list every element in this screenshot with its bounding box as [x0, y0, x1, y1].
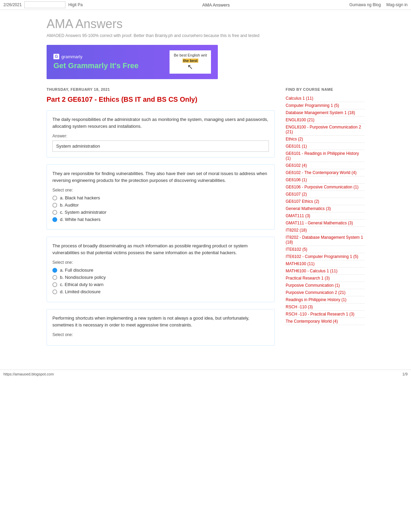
radio-3-1[interactable]: [52, 275, 57, 280]
sidebar-link-22[interactable]: MATH6100 - Calculus 1 (11): [286, 268, 364, 275]
sidebar-link-20[interactable]: ITE6102 - Computer Programming 1 (5): [286, 253, 364, 260]
bottom-url: https://amauoed.blogspot.com: [3, 372, 54, 376]
bottom-page: 1/9: [402, 372, 408, 376]
option-3-1[interactable]: b. Nondisclosure policy: [52, 275, 269, 280]
top-date: 2/26/2021: [3, 2, 22, 7]
main-content: Thursday, February 18, 2021 Part 2 GE610…: [47, 87, 275, 352]
question-text-3: The process of broadly disseminating as …: [52, 243, 269, 256]
answer-label-1: Answer:: [52, 134, 269, 138]
sidebar-link-1[interactable]: Computer Programming 1 (5): [286, 102, 364, 109]
question-card-4: Performing shortcuts when implementing a…: [47, 309, 275, 346]
select-label-4: Select one:: [52, 332, 269, 337]
radio-2-0[interactable]: [52, 196, 57, 200]
option-2-2[interactable]: c. System administrator: [52, 210, 269, 215]
sidebar-link-2[interactable]: Database Management System 1 (18): [286, 109, 364, 116]
sidebar-link-28[interactable]: RSCH -110 - Practical Research 1 (3): [286, 311, 364, 318]
option-2-3[interactable]: d. White hat hackers: [52, 217, 269, 222]
option-2-0[interactable]: a. Black hat hackers: [52, 195, 269, 200]
sidebar-link-27[interactable]: RSCH -110 (3): [286, 304, 364, 311]
sidebar-link-11[interactable]: GE6106 - Purposive Communication (1): [286, 184, 364, 191]
search-input[interactable]: [24, 1, 65, 8]
top-bar-right: Gumawa ng Blog Mag-sign in: [349, 2, 408, 7]
sidebar-link-26[interactable]: Readings in Philippine History (1): [286, 296, 364, 304]
grammarly-icon: G: [53, 54, 59, 59]
sidebar-links: Calculus 1 (11)Computer Programming 1 (5…: [286, 95, 364, 325]
ad-headline: Get Grammarly It's Free: [53, 61, 139, 70]
ad-right-highlight: the best: [183, 59, 198, 63]
question-text-4: Performing shortcuts when implementing a…: [52, 315, 269, 328]
sidebar-title: FIND BY COURSE NAME: [286, 87, 364, 91]
radio-2-2[interactable]: [52, 210, 57, 215]
ad-banner[interactable]: G grammarly Get Grammarly It's Free Be b…: [47, 45, 218, 79]
sidebar-link-3[interactable]: ENGL8100 (21): [286, 116, 364, 124]
option-2-1[interactable]: b. Auditor: [52, 202, 269, 208]
sidebar-link-21[interactable]: MATH6100 (11): [286, 260, 364, 268]
ad-right: Be best English writ the best ↖: [170, 50, 211, 74]
sidebar-link-9[interactable]: GE6102 - The Contemporary World (4): [286, 169, 364, 176]
sidebar: FIND BY COURSE NAME Calculus 1 (11)Compu…: [286, 87, 364, 352]
sidebar-link-19[interactable]: ITE6102 (5): [286, 246, 364, 253]
create-blog-link[interactable]: Gumawa ng Blog: [349, 2, 381, 7]
sidebar-link-24[interactable]: Purposive Communication (1): [286, 282, 364, 289]
radio-2-3[interactable]: [52, 217, 57, 222]
ad-right-text: Be best English writ: [174, 53, 207, 57]
date-header: Thursday, February 18, 2021: [47, 87, 275, 91]
sidebar-link-16[interactable]: GMAT111 - General Mathematics (3): [286, 220, 364, 227]
top-bar-left: 2/26/2021 Higit Pa: [3, 1, 83, 8]
sidebar-link-18[interactable]: IT8202 - Database Management System 1 (1…: [286, 234, 364, 246]
sidebar-link-4[interactable]: ENGL8100 - Purposive Communication 2 (21…: [286, 124, 364, 136]
sidebar-link-13[interactable]: GE6107 Ethics (2): [286, 198, 364, 205]
top-bar: 2/26/2021 Higit Pa AMA Answers Gumawa ng…: [0, 0, 411, 10]
ad-logo: G grammarly: [53, 54, 139, 59]
site-title: AMA Answers: [47, 17, 364, 31]
question-text-1: The daily responsibilities of the admini…: [52, 116, 269, 129]
question-card-1: The daily responsibilities of the admini…: [47, 110, 275, 158]
ad-logo-name: grammarly: [61, 54, 82, 59]
sidebar-link-15[interactable]: GMAT111 (3): [286, 212, 364, 220]
question-text-2: They are responsible for finding vulnera…: [52, 170, 269, 184]
select-label-3: Select one:: [52, 260, 269, 265]
content-sidebar: Thursday, February 18, 2021 Part 2 GE610…: [47, 87, 364, 352]
sidebar-link-14[interactable]: General Mathematics (3): [286, 205, 364, 212]
question-card-3: The process of broadly disseminating as …: [47, 237, 275, 302]
ad-left: G grammarly Get Grammarly It's Free: [53, 54, 139, 70]
top-bar-title: AMA Answers: [202, 2, 230, 8]
radio-2-1[interactable]: [52, 203, 57, 208]
sidebar-link-12[interactable]: GE6107 (2): [286, 191, 364, 198]
option-3-2[interactable]: c. Ethical duty to warn: [52, 282, 269, 287]
site-subtitle: AMAOED Answers 95-100% correct with proo…: [47, 33, 364, 38]
radio-3-2[interactable]: [52, 282, 57, 287]
sidebar-link-5[interactable]: Ethics (2): [286, 136, 364, 143]
bottom-bar: https://amauoed.blogspot.com 1/9: [0, 370, 411, 378]
page-wrapper: AMA Answers AMAOED Answers 95-100% corre…: [41, 10, 370, 359]
select-label-2: Select one:: [52, 188, 269, 193]
sidebar-link-23[interactable]: Practical Research 1 (3): [286, 275, 364, 282]
sidebar-link-25[interactable]: Purposive Communication 2 (21): [286, 289, 364, 296]
sidebar-link-10[interactable]: GE6106 (1): [286, 176, 364, 184]
post-title[interactable]: Part 2 GE6107 - Ethics (BS IT and BS CS …: [47, 96, 275, 103]
sidebar-link-8[interactable]: GE6102 (4): [286, 162, 364, 169]
option-3-0[interactable]: a. Full disclosure: [52, 268, 269, 273]
option-3-3[interactable]: d. Limited disclosure: [52, 289, 269, 294]
radio-3-0[interactable]: [52, 268, 57, 273]
radio-3-3[interactable]: [52, 289, 57, 294]
sidebar-link-29[interactable]: The Contemporary World (4): [286, 318, 364, 325]
sidebar-link-17[interactable]: IT8202 (18): [286, 227, 364, 234]
sidebar-link-7[interactable]: GE6101 - Readings in Philippine History …: [286, 150, 364, 162]
sidebar-link-0[interactable]: Calculus 1 (11): [286, 95, 364, 102]
more-label[interactable]: Higit Pa: [68, 2, 83, 7]
sidebar-link-6[interactable]: GE6101 (1): [286, 143, 364, 150]
answer-box-1: System administration: [52, 140, 269, 152]
signin-link[interactable]: Mag-sign in: [386, 2, 408, 7]
question-card-2: They are responsible for finding vulnera…: [47, 164, 275, 230]
